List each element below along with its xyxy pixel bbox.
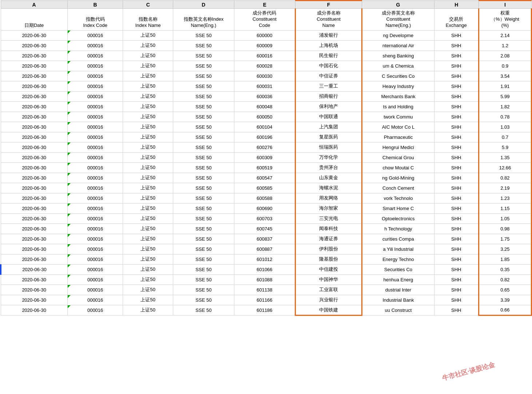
- cell-col-g: h Technology: [362, 224, 434, 234]
- table-row: 2020-06-30000016上证50SSE 50601186中国铁建uu C…: [1, 305, 532, 315]
- header-index-code: 指数代码 Index Code: [67, 9, 123, 31]
- cell-col-d: SSE 50: [173, 81, 234, 91]
- cell-col-a: 2020-06-30: [1, 173, 67, 183]
- cell-col-h: SHH: [434, 305, 479, 315]
- cell-col-e: 600703: [234, 213, 295, 224]
- cell-col-h: SHH: [434, 183, 479, 193]
- cell-col-h: SHH: [434, 101, 479, 112]
- cell-col-a: 2020-06-30: [1, 40, 67, 51]
- cell-col-g: Chemical Grou: [362, 152, 434, 162]
- col-letter-i: I: [479, 1, 531, 9]
- header-weight-l2: （%）Weight: [480, 16, 530, 23]
- table-row: 2020-06-30000016上证50SSE 50600547山东黄金ng G…: [1, 173, 532, 183]
- cell-col-a: 2020-06-30: [1, 295, 67, 305]
- cell-col-e: 600028: [234, 61, 295, 71]
- cell-col-h: SHH: [434, 254, 479, 264]
- cell-col-h: SHH: [434, 264, 479, 274]
- cell-col-d: SSE 50: [173, 203, 234, 213]
- cell-col-g: ts and Holding: [362, 101, 434, 112]
- cell-col-d: SSE 50: [173, 132, 234, 142]
- cell-col-i: 1.75: [479, 234, 531, 244]
- cell-col-h: SHH: [434, 152, 479, 162]
- cell-col-e: 601088: [234, 274, 295, 285]
- cell-col-h: SHH: [434, 193, 479, 203]
- cell-col-g: Merchants Bank: [362, 91, 434, 101]
- cell-col-b: 000016: [67, 40, 123, 51]
- cell-col-g: dustrial Inter: [362, 285, 434, 295]
- table-row: 2020-06-30000016上证50SSE 50600745闻泰科技h Te…: [1, 224, 532, 234]
- cell-col-h: SHH: [434, 213, 479, 224]
- cell-col-a: 2020-06-30: [1, 101, 67, 112]
- cell-col-e: 601066: [234, 264, 295, 274]
- cell-col-a: 2020-06-30: [1, 30, 67, 40]
- table-row: 2020-06-30000016上证50SSE 50600887伊利股份a Yi…: [1, 244, 532, 254]
- spreadsheet: A B C D E F G H I 日期Date 指数代码 Index Code: [0, 0, 532, 394]
- cell-col-c: 上证50: [123, 244, 173, 254]
- cell-col-c: 上证50: [123, 71, 173, 81]
- cell-col-g: Conch Cement: [362, 183, 434, 193]
- cell-col-e: 600030: [234, 71, 295, 81]
- cell-col-d: SSE 50: [173, 152, 234, 162]
- cell-col-c: 上证50: [123, 193, 173, 203]
- cell-col-f: 中国铁建: [295, 305, 362, 315]
- cell-col-d: SSE 50: [173, 51, 234, 61]
- cell-col-h: SHH: [434, 173, 479, 183]
- cell-col-f: 浦发银行: [295, 30, 362, 40]
- cell-col-g: twork Commu: [362, 112, 434, 122]
- cell-col-d: SSE 50: [173, 224, 234, 234]
- cell-col-e: 600031: [234, 81, 295, 91]
- table-row: 2020-06-30000016上证50SSE 50600585海螺水泥Conc…: [1, 183, 532, 193]
- cell-col-c: 上证50: [123, 285, 173, 295]
- cell-col-a: 2020-06-30: [1, 285, 67, 295]
- cell-col-g: chow Moutai C: [362, 162, 434, 173]
- table-row: 2020-06-30000016上证50SSE 50601088中国神华henh…: [1, 274, 532, 285]
- header-weight-l3: (%): [480, 23, 530, 29]
- table-row: 2020-06-30000016上证50SSE 50600030中信证券C Se…: [1, 71, 532, 81]
- cell-col-e: 600690: [234, 203, 295, 213]
- table-row: 2020-06-30000016上证50SSE 50600048保利地产ts a…: [1, 101, 532, 112]
- cell-col-c: 上证50: [123, 101, 173, 112]
- cell-col-e: 600048: [234, 101, 295, 112]
- cell-col-d: SSE 50: [173, 162, 234, 173]
- cell-col-e: 600009: [234, 40, 295, 51]
- cell-col-i: 0.82: [479, 274, 531, 285]
- cell-col-a: 2020-06-30: [1, 51, 67, 61]
- table-row: 2020-06-30000016上证50SSE 50601138工业富联dust…: [1, 285, 532, 295]
- header-index-eng-l2: Name(Eng.): [174, 23, 233, 29]
- cell-col-c: 上证50: [123, 254, 173, 264]
- cell-col-e: 600887: [234, 244, 295, 254]
- cell-col-e: 600050: [234, 112, 295, 122]
- cell-col-a: 2020-06-30: [1, 112, 67, 122]
- cell-col-b: 000016: [67, 71, 123, 81]
- cell-col-h: SHH: [434, 71, 479, 81]
- cell-col-c: 上证50: [123, 51, 173, 61]
- cell-col-b: 000016: [67, 152, 123, 162]
- table-row: 2020-06-30000016上证50SSE 50600276恒瑞医药Heng…: [1, 142, 532, 152]
- header-index-name-l2: Index Name: [124, 23, 171, 29]
- cell-col-f: 中信建投: [295, 264, 362, 274]
- cell-col-h: SHH: [434, 244, 479, 254]
- cell-col-i: 5.9: [479, 142, 531, 152]
- cell-col-b: 000016: [67, 224, 123, 234]
- header-exchange: 交易所 Exchange: [434, 9, 479, 31]
- cell-col-f: 兴业银行: [295, 295, 362, 305]
- cell-col-i: 0.9: [479, 61, 531, 71]
- col-letter-b: B: [67, 1, 123, 9]
- cell-col-f: 伊利股份: [295, 244, 362, 254]
- table-row: 2020-06-30000016上证50SSE 50600028中国石化um &…: [1, 61, 532, 71]
- cell-col-b: 000016: [67, 305, 123, 315]
- cell-col-b: 000016: [67, 285, 123, 295]
- cell-col-c: 上证50: [123, 264, 173, 274]
- cell-col-f: 工业富联: [295, 285, 362, 295]
- cell-col-c: 上证50: [123, 30, 173, 40]
- cell-col-b: 000016: [67, 244, 123, 254]
- cell-col-b: 000016: [67, 203, 123, 213]
- cell-col-i: 1.03: [479, 122, 531, 132]
- cell-col-a: 2020-06-30: [1, 132, 67, 142]
- cell-col-f: 复星医药: [295, 132, 362, 142]
- header-const-eng-l2: Constituent: [364, 16, 433, 23]
- cell-col-c: 上证50: [123, 234, 173, 244]
- cell-col-e: 600519: [234, 162, 295, 173]
- cell-col-e: 601186: [234, 305, 295, 315]
- cell-col-g: um & Chemica: [362, 61, 434, 71]
